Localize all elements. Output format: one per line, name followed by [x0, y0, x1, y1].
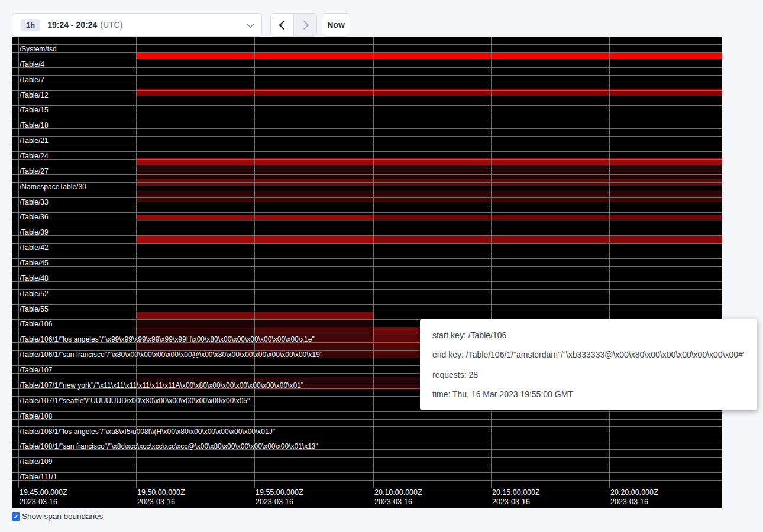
footer-controls: ✓ Show span boundaries: [12, 512, 103, 521]
grid-line-horizontal: [12, 281, 722, 282]
time-nav-group: [270, 13, 317, 37]
grid-line-horizontal: [12, 151, 722, 152]
grid-line-horizontal: [12, 37, 722, 37]
row-label: /Table/4: [20, 60, 44, 69]
row-label: /Table/106/1/"los angeles"/"\x99\x99\x99…: [20, 335, 315, 343]
x-axis-label: 20:10:00.000Z2023-03-16: [374, 488, 422, 507]
heat-band: [136, 89, 722, 96]
chevron-left-icon: [279, 20, 288, 30]
heat-band: [373, 236, 722, 243]
grid-line-horizontal: [12, 419, 722, 420]
heat-band: [136, 327, 254, 335]
show-span-boundaries-label: Show span boundaries: [22, 512, 103, 521]
grid-line-vertical: [18, 37, 19, 488]
row-label: /Table/55: [20, 305, 49, 313]
grid-line-horizontal: [12, 44, 722, 45]
grid-line-horizontal: [12, 465, 722, 465]
grid-line-horizontal: [12, 304, 722, 305]
grid-line-vertical: [373, 37, 374, 488]
time-range-timezone: (UTC): [100, 20, 122, 30]
tooltip-requests: requests: 28: [432, 369, 745, 381]
show-span-boundaries-checkbox[interactable]: ✓: [12, 512, 20, 521]
heat-band: [136, 173, 722, 179]
grid-line-horizontal: [12, 113, 722, 113]
heat-band: [136, 190, 722, 196]
row-label: /Table/24: [20, 152, 49, 160]
x-axis-label: 19:50:00.000Z2023-03-16: [137, 488, 185, 507]
x-axis-date: 2023-03-16: [20, 497, 67, 507]
grid-line-horizontal: [12, 251, 722, 251]
grid-line-vertical: [609, 37, 610, 488]
x-axis-time: 19:45:00.000Z: [20, 488, 67, 497]
grid-line-horizontal: [12, 212, 722, 213]
row-label: /Table/109: [20, 458, 52, 466]
grid-line-horizontal: [12, 258, 722, 259]
grid-line-vertical: [491, 37, 492, 488]
row-label: /Table/45: [20, 259, 49, 267]
grid-line-horizontal: [12, 174, 722, 175]
x-axis-time: 19:50:00.000Z: [137, 488, 185, 497]
row-label: /Table/106/1/"san francisco"/"\x80\x00\x…: [20, 351, 322, 359]
row-label: /Table/108/1/"los angeles"/"\xa8\xf5\u00…: [20, 427, 275, 436]
row-label: /Table/36: [20, 213, 49, 221]
grid-line-vertical: [254, 37, 255, 488]
grid-line-horizontal: [12, 182, 722, 183]
grid-line-horizontal: [12, 90, 722, 91]
time-prev-button[interactable]: [271, 14, 293, 36]
x-axis-label: 19:45:00.000Z2023-03-16: [20, 488, 67, 507]
row-label: /Table/108/1/"san francisco"/"\x8c\xcc\x…: [20, 442, 318, 450]
row-label: /System/tsd: [20, 45, 57, 53]
grid-line-horizontal: [12, 274, 722, 274]
time-next-button[interactable]: [293, 14, 316, 36]
x-axis-date: 2023-03-16: [137, 497, 185, 507]
x-axis-label: 20:15:00.000Z2023-03-16: [492, 488, 540, 507]
x-axis-date: 2023-03-16: [256, 497, 303, 507]
row-label: /Table/7: [20, 76, 44, 84]
key-visualizer-canvas[interactable]: /System/tsd/Table/4/Table/7/Table/12/Tab…: [12, 37, 722, 508]
heat-band: [254, 327, 373, 335]
grid-line-horizontal: [12, 60, 722, 60]
grid-line-horizontal: [12, 83, 722, 83]
grid-line-horizontal: [12, 136, 722, 137]
grid-line-horizontal: [12, 312, 722, 312]
x-axis-time: 20:15:00.000Z: [492, 488, 540, 497]
row-label: /NamespaceTable/30: [20, 183, 86, 191]
row-label: /Table/106: [20, 320, 52, 328]
grid-line-horizontal: [12, 457, 722, 458]
grid-line-horizontal: [12, 75, 722, 76]
grid-line-horizontal: [12, 297, 722, 297]
row-label: /Table/52: [20, 290, 49, 298]
chevron-right-icon: [299, 20, 309, 30]
row-label: /Table/107/1/"new york"/"\x11\x11\x11\x1…: [20, 381, 303, 390]
tooltip-time: time: Thu, 16 Mar 2023 19:55:00 GMT: [432, 388, 745, 400]
now-button[interactable]: Now: [322, 13, 350, 37]
chevron-down-icon: [247, 20, 254, 28]
tooltip-end-key: end key: /Table/106/1/"amsterdam"/"\xb33…: [432, 349, 745, 361]
time-range-selector[interactable]: 1h 19:24 - 20:24 (UTC): [12, 13, 262, 37]
grid-line-horizontal: [12, 121, 722, 121]
row-label: /Table/21: [20, 137, 49, 145]
row-label: /Table/15: [20, 106, 49, 114]
x-axis-time: 20:10:00.000Z: [374, 488, 422, 497]
x-axis-time: 20:20:00.000Z: [610, 488, 658, 497]
grid-line-horizontal: [12, 105, 722, 106]
row-label: /Table/48: [20, 274, 49, 283]
row-label: /Table/107: [20, 366, 52, 374]
x-axis-time: 19:55:00.000Z: [256, 488, 303, 497]
grid-line-horizontal: [12, 289, 722, 290]
grid-line-horizontal: [12, 472, 722, 473]
row-label: /Table/39: [20, 228, 49, 236]
row-label: /Table/108: [20, 412, 52, 420]
grid-line-horizontal: [12, 52, 722, 53]
row-label: /Table/111/1: [20, 473, 57, 481]
grid-line-horizontal: [12, 228, 722, 228]
grid-line-horizontal: [12, 67, 722, 68]
grid-line-horizontal: [12, 411, 722, 412]
grid-line-horizontal: [12, 220, 722, 220]
time-range-duration-badge: 1h: [21, 19, 40, 31]
grid-line-horizontal: [12, 243, 722, 244]
grid-line-horizontal: [12, 144, 722, 144]
time-range-value: 19:24 - 20:24: [47, 20, 97, 30]
x-axis-date: 2023-03-16: [610, 497, 658, 507]
grid-line-horizontal: [12, 98, 722, 98]
